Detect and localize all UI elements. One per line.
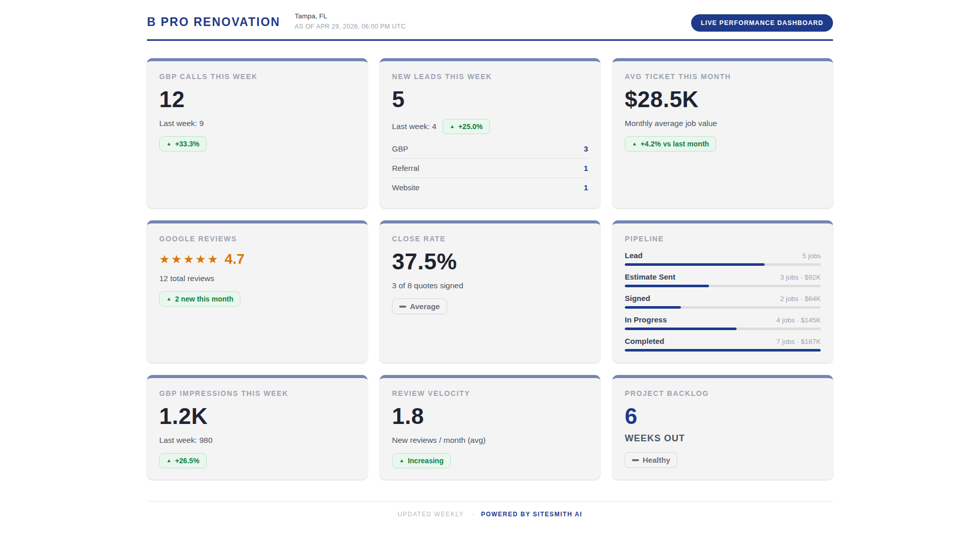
pipeline-stages: Lead5 jobsEstimate Sent3 jobs · $92KSign… — [625, 251, 821, 352]
card-label: AVG TICKET THIS MONTH — [625, 72, 821, 81]
pipeline-stage-meta: 2 jobs · $64K — [780, 295, 821, 303]
trend-badge-label: Increasing — [408, 457, 444, 465]
trend-badge: ▲ 2 new this month — [159, 291, 240, 307]
trend-badge-label: +26.5% — [175, 457, 200, 465]
reviews-sub: 12 total reviews — [159, 274, 355, 283]
pipeline-stage-name: Completed — [625, 337, 665, 345]
footer-separator: · — [472, 511, 474, 518]
header-meta: Tampa, FL AS OF APR 29, 2026, 06:00 PM U… — [295, 12, 405, 30]
card-label: GBP IMPRESSIONS THIS WEEK — [159, 389, 355, 397]
location-text: Tampa, FL — [295, 12, 405, 20]
trend-up-icon: ▲ — [166, 296, 172, 302]
updated-weekly-text: UPDATED WEEKLY — [398, 511, 464, 518]
lead-source-count: 3 — [584, 144, 588, 153]
pipeline-stage-meta: 4 jobs · $145K — [776, 316, 821, 324]
card-label: CLOSE RATE — [392, 235, 588, 243]
trend-up-icon: ▲ — [450, 124, 455, 129]
pipeline-stage-head: Signed2 jobs · $64K — [625, 294, 821, 303]
pipeline-stage-name: Signed — [625, 294, 650, 303]
card-google-reviews: GOOGLE REVIEWS ★★★★★ 4.7 12 total review… — [147, 220, 368, 363]
pipeline-stage-row: In Progress4 jobs · $145K — [625, 315, 821, 330]
gbp-impressions-value: 1.2K — [159, 404, 355, 429]
pipeline-stage-meta: 3 jobs · $92K — [780, 273, 821, 281]
trend-up-icon: ▲ — [632, 141, 637, 146]
pipeline-stage-row: Completed7 jobs · $187K — [625, 337, 821, 352]
pipeline-stage-name: Estimate Sent — [625, 272, 675, 281]
pipeline-stage-name: In Progress — [625, 315, 667, 324]
pipeline-bar-fill — [625, 285, 709, 287]
lead-source-row: Website1 — [392, 178, 588, 197]
pipeline-stage-head: In Progress4 jobs · $145K — [625, 315, 821, 324]
card-close-rate: CLOSE RATE 37.5% 3 of 8 quotes signed Av… — [380, 220, 600, 363]
card-pipeline: PIPELINE Lead5 jobsEstimate Sent3 jobs ·… — [612, 220, 833, 363]
trend-badge-label: +33.3% — [175, 140, 200, 148]
card-label: REVIEW VELOCITY — [392, 389, 588, 397]
lead-source-name: Referral — [392, 164, 419, 172]
trend-up-icon: ▲ — [399, 458, 404, 463]
neutral-badge-label: Healthy — [643, 456, 670, 464]
lead-source-count: 1 — [584, 164, 588, 172]
card-avg-ticket: AVG TICKET THIS MONTH $28.5K Monthly ave… — [612, 58, 833, 208]
card-new-leads: NEW LEADS THIS WEEK 5 Last week: 4 ▲ +25… — [380, 58, 600, 208]
trend-badge: ▲ +33.3% — [159, 136, 207, 152]
pipeline-stage-row: Lead5 jobs — [625, 251, 821, 266]
pipeline-stage-head: Completed7 jobs · $187K — [625, 337, 821, 345]
lead-source-count: 1 — [584, 183, 588, 192]
pipeline-stage-name: Lead — [625, 251, 643, 260]
trend-up-icon: ▲ — [166, 141, 172, 146]
pipeline-bar-track — [625, 263, 821, 266]
close-rate-value: 37.5% — [392, 249, 588, 274]
lead-source-name: Website — [392, 183, 420, 192]
new-leads-sub: Last week: 4 — [392, 122, 436, 131]
pipeline-stage-row: Signed2 jobs · $64K — [625, 294, 821, 309]
pipeline-stage-row: Estimate Sent3 jobs · $92K — [625, 272, 821, 287]
review-velocity-value: 1.8 — [392, 404, 588, 429]
gbp-calls-value: 12 — [159, 87, 355, 112]
rating-value: 4.7 — [225, 251, 244, 267]
pipeline-stage-meta: 5 jobs — [802, 252, 821, 260]
pipeline-stage-head: Estimate Sent3 jobs · $92K — [625, 272, 821, 281]
trend-badge: ▲ Increasing — [392, 453, 451, 468]
pipeline-bar-track — [625, 285, 821, 287]
trend-badge: ▲ +25.0% — [443, 119, 490, 134]
dash-icon — [399, 306, 406, 308]
card-label: NEW LEADS THIS WEEK — [392, 72, 588, 81]
trend-badge-label: +4.2% vs last month — [641, 140, 709, 148]
card-gbp-impressions: GBP IMPRESSIONS THIS WEEK 1.2K Last week… — [147, 375, 368, 480]
header: B PRO RENOVATION Tampa, FL AS OF APR 29,… — [147, 12, 833, 32]
card-label: PIPELINE — [625, 235, 821, 243]
gbp-impressions-sub: Last week: 980 — [159, 436, 355, 445]
live-dashboard-badge: LIVE PERFORMANCE DASHBOARD — [691, 14, 833, 32]
powered-by-link[interactable]: POWERED BY SITESMITH AI — [481, 511, 582, 518]
card-project-backlog: PROJECT BACKLOG 6 WEEKS OUT Healthy — [612, 375, 833, 480]
backlog-unit: WEEKS OUT — [625, 433, 821, 444]
lead-sources-list: GBP3Referral1Website1 — [392, 139, 588, 197]
as-of-timestamp: AS OF APR 29, 2026, 06:00 PM UTC — [295, 23, 405, 30]
kpi-grid: GBP CALLS THIS WEEK 12 Last week: 9 ▲ +3… — [147, 58, 833, 480]
new-leads-value: 5 — [392, 87, 588, 112]
pipeline-bar-fill — [625, 263, 765, 266]
dashboard-page: B PRO RENOVATION Tampa, FL AS OF APR 29,… — [147, 0, 833, 538]
pipeline-bar-fill — [625, 306, 681, 309]
pipeline-stage-meta: 7 jobs · $187K — [776, 338, 821, 345]
pipeline-bar-fill — [625, 328, 737, 330]
card-label: GBP CALLS THIS WEEK — [159, 72, 355, 81]
lead-source-name: GBP — [392, 144, 408, 153]
neutral-badge: Healthy — [625, 452, 677, 468]
pipeline-bar-track — [625, 328, 821, 330]
star-rating-icons: ★★★★★ — [159, 253, 219, 266]
neutral-badge-label: Average — [410, 302, 440, 311]
backlog-value: 6 — [625, 404, 821, 429]
card-review-velocity: REVIEW VELOCITY 1.8 New reviews / month … — [380, 375, 600, 480]
card-label: PROJECT BACKLOG — [625, 389, 821, 397]
card-gbp-calls: GBP CALLS THIS WEEK 12 Last week: 9 ▲ +3… — [147, 58, 368, 208]
lead-source-row: Referral1 — [392, 159, 588, 178]
avg-ticket-sub: Monthly average job value — [625, 119, 821, 128]
trend-badge-label: +25.0% — [458, 122, 483, 131]
trend-badge-label: 2 new this month — [175, 295, 233, 303]
dash-icon — [632, 459, 639, 461]
trend-up-icon: ▲ — [166, 458, 172, 463]
brand-title: B PRO RENOVATION — [147, 12, 280, 29]
pipeline-bar-track — [625, 306, 821, 309]
review-velocity-sub: New reviews / month (avg) — [392, 436, 588, 445]
